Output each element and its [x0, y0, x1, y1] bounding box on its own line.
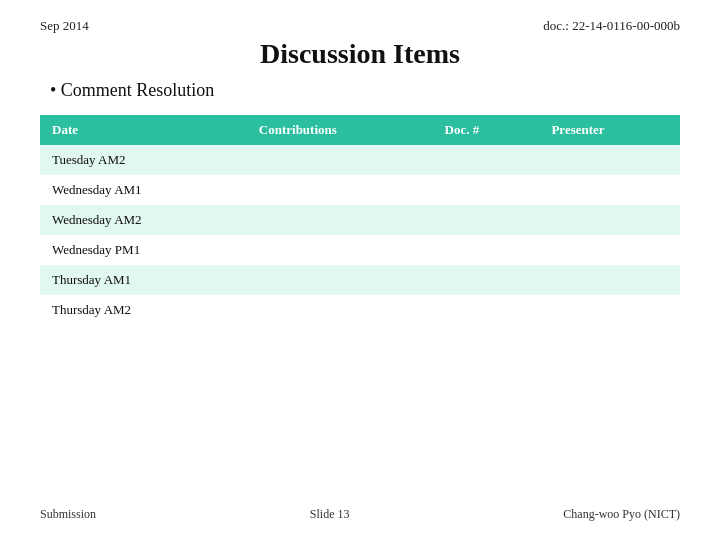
cell-doc-num [433, 145, 540, 175]
table-row: Thursday AM1 [40, 265, 680, 295]
table-row: Wednesday AM1 [40, 175, 680, 205]
cell-doc-num [433, 175, 540, 205]
header: Sep 2014 doc.: 22-14-0116-00-000b [40, 18, 680, 34]
cell-presenter [539, 175, 680, 205]
footer-center: Slide 13 [96, 507, 563, 522]
table-row: Thursday AM2 [40, 295, 680, 325]
cell-presenter [539, 235, 680, 265]
cell-date: Thursday AM2 [40, 295, 247, 325]
cell-date: Wednesday PM1 [40, 235, 247, 265]
section-heading: Comment Resolution [40, 80, 680, 101]
col-date: Date [40, 115, 247, 145]
cell-contributions [247, 145, 433, 175]
header-left: Sep 2014 [40, 18, 89, 34]
cell-contributions [247, 265, 433, 295]
cell-doc-num [433, 235, 540, 265]
table-header: Date Contributions Doc. # Presenter [40, 115, 680, 145]
cell-date: Thursday AM1 [40, 265, 247, 295]
cell-presenter [539, 265, 680, 295]
cell-doc-num [433, 295, 540, 325]
page-title: Discussion Items [40, 38, 680, 70]
cell-presenter [539, 145, 680, 175]
cell-date: Wednesday AM2 [40, 205, 247, 235]
page: Sep 2014 doc.: 22-14-0116-00-000b Discus… [0, 0, 720, 540]
cell-contributions [247, 205, 433, 235]
col-contributions: Contributions [247, 115, 433, 145]
col-presenter: Presenter [539, 115, 680, 145]
cell-doc-num [433, 265, 540, 295]
table-row: Wednesday AM2 [40, 205, 680, 235]
cell-presenter [539, 295, 680, 325]
table-row: Wednesday PM1 [40, 235, 680, 265]
cell-doc-num [433, 205, 540, 235]
cell-contributions [247, 235, 433, 265]
footer-right: Chang-woo Pyo (NICT) [563, 507, 680, 522]
footer: Submission Slide 13 Chang-woo Pyo (NICT) [40, 497, 680, 522]
cell-presenter [539, 205, 680, 235]
cell-date: Wednesday AM1 [40, 175, 247, 205]
col-doc-num: Doc. # [433, 115, 540, 145]
cell-date: Tuesday AM2 [40, 145, 247, 175]
discussion-table: Date Contributions Doc. # Presenter Tues… [40, 115, 680, 325]
table-body: Tuesday AM2Wednesday AM1Wednesday AM2Wed… [40, 145, 680, 325]
footer-left: Submission [40, 507, 96, 522]
cell-contributions [247, 175, 433, 205]
table-row: Tuesday AM2 [40, 145, 680, 175]
cell-contributions [247, 295, 433, 325]
header-right: doc.: 22-14-0116-00-000b [543, 18, 680, 34]
